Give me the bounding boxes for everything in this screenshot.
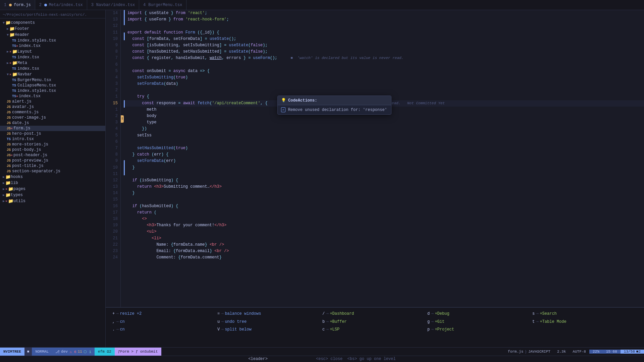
code-line [125,87,644,94]
ln: 14 [108,10,118,16]
tree-item-more-stories[interactable]: JS more-stories.js [0,142,105,147]
tree-label: lib [11,181,18,185]
tab-form-js[interactable]: 1 form.js [0,0,35,10]
folder-icon: 📁 [12,49,17,54]
code-line: import { useState } from 'react'; [125,10,644,16]
tree-item-utils[interactable]: ▶ ✕ 📁 utils [0,198,105,204]
shortcut-cmd: +LSP [330,326,339,334]
error-icon: ✕ [16,94,18,98]
shortcut-key: = [217,310,220,318]
ln: 23 [108,248,118,254]
tree-label: Footer [15,26,29,31]
tree-item-header[interactable]: ▼ 📁 Header [0,32,105,38]
tree-item-index-styles-tsx[interactable]: TS index.styles.tsx [0,38,105,43]
tree-label: alert.js [12,99,32,104]
status-bar: NVIMTREE ■ NORMAL ⎇ dev ⚠ 6 11 ⬡ 1 efm Ω… [0,347,644,356]
error-icon: ✕ [16,44,18,48]
tree-item-layout-index[interactable]: TS index.tsx [0,55,105,60]
tab-label-3: Navbar/index.tsx [96,3,135,7]
tree-item-hero-post[interactable]: JS hero-post.js [0,131,105,136]
tree-item-index-tsx-header[interactable]: TS ✕ index.tsx [0,43,105,49]
tree-item-section-separator[interactable]: JS section-separator.js [0,169,105,174]
tab-burgermenu[interactable]: 4 BurgerMenu.tsx [139,0,186,10]
code-line: setFormData(data) [125,81,644,87]
tree-label: post-header.js [13,153,47,158]
shortcut-key: c [322,326,325,334]
status-form-label: ƒ [118,350,120,354]
shortcuts-col-1: + → resize +2 , → cn . → cn [112,310,217,334]
tree-item-cover-image[interactable]: JS cover-image.js [0,115,105,120]
ln: 15 [108,196,118,203]
tree-item-burgermenu[interactable]: TS BurgerMenu.tsx [0,77,105,83]
code-line: }) [125,126,644,132]
code-text: <ul> [125,229,644,235]
shortcut-key: . [112,326,115,334]
ln: 7 [108,145,118,152]
folder-icon: 📁 [8,198,13,204]
code-text [125,139,644,145]
shortcut-cmd: cn [120,318,124,326]
arrow-icon: → [326,318,328,326]
popup-action-item[interactable]: ⚡ Remove unused declaration for: 'respon… [278,105,391,114]
tree-item-hooks[interactable]: ▶ 📁 hooks [0,174,105,180]
folder-icon: 📁 [5,192,11,198]
tree-item-form[interactable]: JS ✕ form.js [0,126,105,131]
arrow-icon: → [326,310,328,318]
status-form-breadcrumb: ƒ Form > ƒ onSubmit [115,348,161,356]
tree-item-post-body[interactable]: JS post-body.js [0,147,105,153]
file-type-icon: JS [7,127,11,130]
shortcut-item: g → +Git [427,318,532,326]
code-area[interactable]: import { useState } from 'react'; import… [125,10,644,307]
tree-label: cover-image.js [12,115,46,120]
error-icon: ✕ [9,61,11,65]
bulb-icon: 💡 [281,98,286,103]
tree-item-meta[interactable]: ▶ ✕ 📁 Meta [0,60,105,66]
shortcut-item: d → +Debug [427,310,532,318]
shortcut-item: p → +Project [427,326,532,334]
ln: 6 [108,62,118,68]
shortcut-item: u → undo tree [217,318,322,326]
gutter: ! [121,10,125,307]
shortcut-cmd: cn [120,326,124,334]
file-type-icon: JS [7,100,11,104]
folder-icon: 📁 [9,26,15,32]
tree-item-meta-index[interactable]: TS index.tsx [0,66,105,71]
tree-item-collapsemenu[interactable]: TS CollapseMenu.tsx [0,83,105,88]
code-line: return ( [125,209,644,216]
status-normal-label: NORMAL [35,350,49,354]
status-col: 13 / 58 ■2 [621,350,644,354]
tree-item-lib[interactable]: ▶ 📁 lib [0,180,105,186]
tree-item-intro[interactable]: TS intro.tsx [0,136,105,142]
tree-item-pages[interactable]: ▶ ✕ 📁 pages [0,186,105,192]
tree-item-post-preview[interactable]: JS post-preview.js [0,158,105,163]
ln: 11 [108,171,118,177]
status-branch-label: dev [61,350,68,354]
arrow-icon: → [116,318,118,326]
tree-item-post-title[interactable]: JS post-title.js [0,163,105,169]
tree-item-comments[interactable]: JS comments.js [0,110,105,115]
tree-item-navbar-index[interactable]: TS ✕ index.tsx [0,94,105,99]
code-line: setIss [125,132,644,139]
tree-item-navbar-styles[interactable]: TS index.styles.tsx [0,88,105,94]
code-text: import { useForm } from 'react-hook-form… [125,16,644,23]
shortcut-item: = → balance windows [217,310,322,318]
tab-navbar-index[interactable]: 3 Navbar/index.tsx [87,0,139,10]
code-line [125,23,644,29]
tree-item-components[interactable]: ▼ 📁 components [0,20,105,26]
editor-content: 14 13 12 11 10 9 8 7 6 5 4 3 2 1 15 1 2 … [106,10,644,307]
status-filename-label: form.js [508,350,523,354]
chevron-icon: ▶ [3,181,5,185]
tree-item-post-header[interactable]: JS ✕ post-header.js [0,153,105,158]
tree-item-layout[interactable]: ▶ ✕ 📁 Layout [0,49,105,55]
tree-item-avatar[interactable]: JS avatar.js [0,104,105,110]
tree-item-navbar[interactable]: ▼ ✕ 📁 Navbar [0,71,105,77]
tree-label: date.js [12,121,29,125]
code-text: const [isSubmitting, setIsSubmitting] = … [125,42,644,49]
breadcrumb-path: ~/Projects/portfolio-next-sanity/src/. [0,11,105,18]
tree-item-alert[interactable]: JS alert.js [0,99,105,104]
tree-item-footer[interactable]: ▶ 📁 Footer [0,26,105,32]
tree-item-date[interactable]: JS date.js [0,120,105,126]
chevron-icon: ▶ [3,175,5,179]
tab-meta-index[interactable]: 2 Meta/index.tsx [35,0,87,10]
tree-item-types[interactable]: ▶ 📁 types [0,192,105,198]
